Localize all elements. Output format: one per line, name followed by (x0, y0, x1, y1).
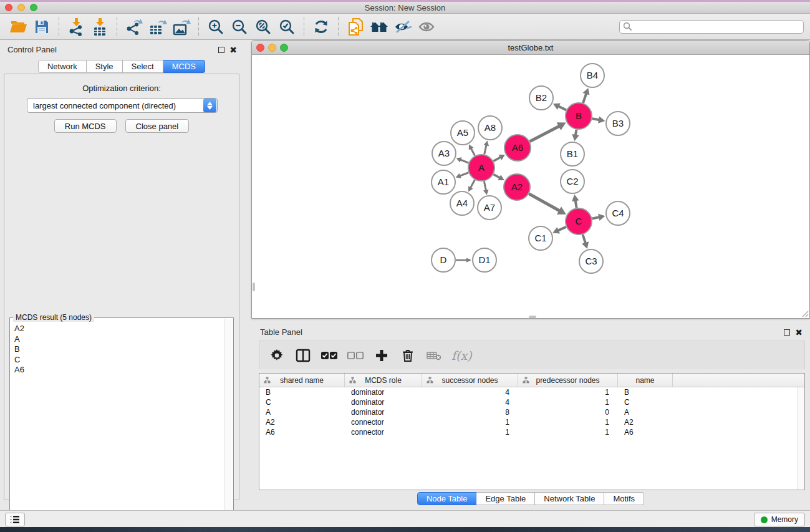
result-scrollbar[interactable] (224, 319, 233, 532)
edge-C-C1[interactable] (558, 227, 566, 231)
minimize-network-button[interactable] (268, 44, 276, 52)
column-header-predecessor-nodes[interactable]: predecessor nodes (518, 374, 618, 387)
network-window-titlebar[interactable]: testGlobe.txt (252, 41, 809, 55)
zoom-window-button[interactable] (30, 4, 37, 11)
refresh-icon[interactable] (309, 16, 333, 38)
edge-A-A8[interactable] (485, 145, 486, 154)
home-icon[interactable] (367, 16, 391, 38)
graph-node-D1[interactable]: D1 (473, 248, 496, 272)
column-header-successor-nodes[interactable]: successor nodes (422, 374, 518, 387)
function-builder-icon[interactable]: f(x) (451, 349, 472, 362)
zoom-network-button[interactable] (280, 44, 288, 52)
graph-node-C1[interactable]: C1 (529, 226, 552, 250)
mcds-result-list[interactable]: A2ABCA6 (11, 321, 224, 532)
graph-node-C4[interactable]: C4 (606, 201, 630, 225)
tab-mcds[interactable]: MCDS (163, 60, 205, 73)
float-panel-icon[interactable] (218, 46, 224, 55)
close-table-panel-icon[interactable]: ✖ (795, 328, 803, 337)
edge-C-C2[interactable] (576, 200, 577, 208)
tab-motifs[interactable]: Motifs (604, 492, 644, 505)
graph-node-B3[interactable]: B3 (606, 112, 630, 135)
resize-grip[interactable] (801, 310, 809, 317)
table-scrollbar[interactable] (797, 387, 804, 490)
edge-A-A1[interactable] (460, 173, 468, 176)
result-item[interactable]: C (14, 355, 224, 365)
tab-network-table[interactable]: Network Table (535, 492, 604, 505)
edge-A-A4[interactable] (470, 180, 475, 188)
tab-network[interactable]: Network (38, 60, 87, 73)
close-window-button[interactable] (5, 4, 12, 11)
edge-B-B1[interactable] (576, 130, 577, 135)
tab-style[interactable]: Style (87, 60, 123, 73)
edge-A-A2[interactable] (493, 175, 499, 178)
graph-node-A2[interactable]: A2 (504, 174, 530, 200)
graph-node-B4[interactable]: B4 (581, 64, 604, 87)
edge-A-A7[interactable] (484, 181, 486, 191)
tab-node-table[interactable]: Node Table (417, 492, 477, 505)
delete-table-icon[interactable] (423, 344, 445, 367)
graph-node-B1[interactable]: B1 (561, 142, 584, 166)
edge-A-A3[interactable] (460, 160, 468, 163)
edge-A-A6[interactable] (493, 157, 501, 161)
edge-A6-B[interactable] (530, 126, 559, 142)
graph-node-A5[interactable]: A5 (451, 121, 475, 145)
run-mcds-button[interactable]: Run MCDS (54, 119, 117, 133)
canvas-hscroll-thumb[interactable] (529, 316, 536, 318)
hide-graphics-details-icon[interactable] (391, 16, 415, 38)
table-row[interactable]: A2connector11A2 (259, 417, 804, 427)
graph-node-A[interactable]: A (468, 155, 494, 181)
float-table-panel-icon[interactable] (784, 328, 790, 337)
import-table-icon[interactable] (88, 16, 112, 38)
minimize-window-button[interactable] (17, 4, 25, 11)
result-item[interactable]: A6 (14, 365, 224, 375)
zoom-in-icon[interactable] (204, 16, 228, 38)
graph-node-A1[interactable]: A1 (432, 170, 455, 194)
tab-edge-table[interactable]: Edge Table (476, 492, 535, 505)
table-row[interactable]: Adominator80A (259, 407, 804, 417)
graph-node-A7[interactable]: A7 (478, 196, 501, 220)
table-row[interactable]: Cdominator41C (259, 397, 804, 407)
table-row[interactable]: A6connector11A6 (259, 427, 804, 437)
edge-A2-C[interactable] (529, 194, 559, 211)
column-header-name[interactable]: name (618, 374, 673, 387)
export-network-icon[interactable] (122, 16, 146, 38)
duplicate-network-icon[interactable] (344, 16, 367, 38)
tab-select[interactable]: Select (123, 60, 163, 73)
graph-node-B[interactable]: B (566, 103, 592, 129)
show-graphics-details-icon[interactable] (415, 16, 438, 38)
zoom-selected-icon[interactable] (275, 16, 299, 38)
graph-node-C2[interactable]: C2 (561, 170, 584, 193)
memory-button[interactable]: Memory (754, 513, 805, 526)
graph-node-C3[interactable]: C3 (579, 249, 603, 273)
column-view-icon[interactable] (292, 344, 314, 367)
add-icon[interactable] (370, 344, 393, 367)
close-panel-button[interactable]: Close panel (125, 119, 190, 133)
zoom-fit-icon[interactable] (251, 16, 275, 38)
graph-node-A4[interactable]: A4 (450, 191, 474, 215)
table-row[interactable]: Bdominator41B (259, 387, 804, 397)
edge-C-C4[interactable] (592, 217, 600, 218)
export-image-icon[interactable] (170, 16, 193, 38)
edge-B-B3[interactable] (592, 118, 600, 120)
import-network-icon[interactable] (64, 16, 88, 38)
network-canvas[interactable]: B4B2BB3A5A8A6A3AA1B1C2A4A7A2CC4C1C3DD1 (253, 55, 809, 318)
edge-C-C3[interactable] (583, 235, 586, 243)
edge-B-B2[interactable] (558, 106, 566, 110)
graph-node-B2[interactable]: B2 (529, 86, 553, 110)
close-panel-icon[interactable]: ✖ (229, 46, 237, 55)
optimization-criterion-select[interactable]: largest connected component (directed) (27, 98, 218, 113)
export-table-icon[interactable] (146, 16, 170, 38)
deselect-all-checkboxes-icon[interactable] (344, 344, 367, 367)
gear-icon[interactable] (266, 344, 288, 367)
save-session-icon[interactable] (30, 16, 54, 38)
graph-node-C[interactable]: C (566, 208, 592, 235)
graph-node-A3[interactable]: A3 (432, 142, 456, 165)
task-history-button[interactable] (5, 513, 25, 526)
zoom-out-icon[interactable] (228, 16, 251, 38)
column-header-MCDS-role[interactable]: MCDS role (345, 374, 422, 387)
open-session-icon[interactable] (6, 16, 30, 38)
edge-B-B4[interactable] (583, 94, 586, 103)
graph-node-A6[interactable]: A6 (504, 135, 531, 161)
column-header-shared-name[interactable]: shared name (259, 374, 345, 387)
result-item[interactable]: A2 (14, 324, 224, 334)
